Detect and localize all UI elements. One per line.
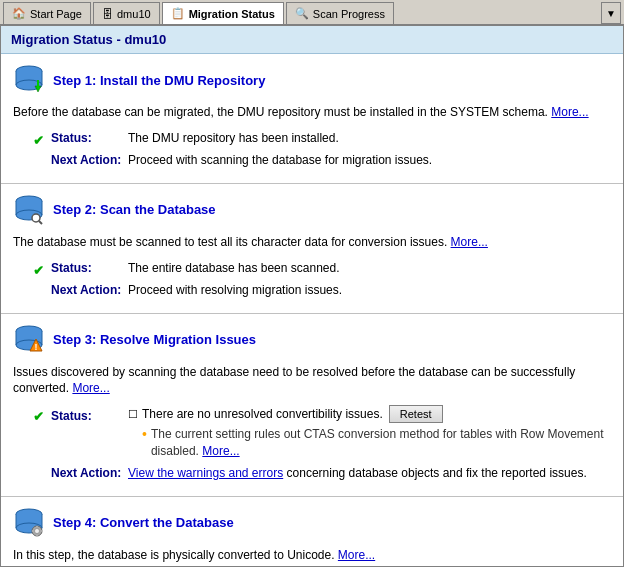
step-3-more-link[interactable]: More...	[72, 381, 109, 395]
tab-bar: 🏠 Start Page 🗄 dmu10 📋 Migration Status …	[0, 0, 624, 26]
step-4-title: Step 4: Convert the Database	[53, 515, 234, 530]
step-1-header: Step 1: Install the DMU Repository	[13, 64, 611, 96]
svg-text:!: !	[35, 341, 38, 351]
step-1-more-link[interactable]: More...	[551, 105, 588, 119]
step-3-next-value: View the warnings and errors concerning …	[128, 464, 611, 482]
step-3-next-row: Next Action: View the warnings and error…	[33, 464, 611, 482]
step-3-db-icon: !	[13, 324, 45, 356]
step-3-header: ! Step 3: Resolve Migration Issues	[13, 324, 611, 356]
step-2-status-label: Status:	[33, 259, 128, 277]
step-2-details: Status: The entire database has been sca…	[13, 259, 611, 299]
tab-migration-status[interactable]: 📋 Migration Status	[162, 2, 284, 24]
step-2-next-row: Next Action: Proceed with resolving migr…	[33, 281, 611, 299]
step-4-header: Step 4: Convert the Database	[13, 507, 611, 539]
step-2-check-icon	[33, 261, 47, 275]
step-1-next-label: Next Action:	[33, 151, 128, 169]
migration-status-icon: 📋	[171, 7, 185, 20]
step-1-next-row: Next Action: Proceed with scanning the d…	[33, 151, 611, 169]
step-4-db-icon	[13, 507, 45, 539]
start-page-icon: 🏠	[12, 7, 26, 20]
step-2-header: Step 2: Scan the Database	[13, 194, 611, 226]
step-1-check-icon	[33, 131, 47, 145]
svg-rect-29	[36, 534, 38, 536]
step-1-status-row: Status: The DMU repository has been inst…	[33, 129, 611, 147]
step-3-details: Status: ☐ There are no unresolved conver…	[13, 405, 611, 482]
svg-rect-6	[37, 80, 39, 87]
warning-bullet-icon: •	[142, 425, 147, 445]
step-2-next-label: Next Action:	[33, 281, 128, 299]
step-1-details: Status: The DMU repository has been inst…	[13, 129, 611, 169]
tab-dmu10[interactable]: 🗄 dmu10	[93, 2, 160, 24]
step-3-section: ! Step 3: Resolve Migration Issues Issue…	[1, 314, 623, 497]
step-2-more-link[interactable]: More...	[451, 235, 488, 249]
step-3-title: Step 3: Resolve Migration Issues	[53, 332, 256, 347]
step-4-desc: In this step, the database is physically…	[13, 547, 611, 564]
tab-dropdown[interactable]: ▼	[601, 2, 621, 24]
step-3-status-label: Status:	[33, 405, 128, 425]
warning-text: The current setting rules out CTAS conve…	[151, 426, 611, 460]
page-title: Migration Status - dmu10	[1, 26, 623, 54]
main-content: Migration Status - dmu10 Step 1: Install…	[0, 26, 624, 567]
svg-point-12	[32, 214, 40, 222]
step-3-next-label: Next Action:	[33, 464, 128, 482]
step-4-section: Step 4: Convert the Database In this ste…	[1, 497, 623, 567]
step-2-section: Step 2: Scan the Database The database m…	[1, 184, 623, 314]
step-3-warning-more-link[interactable]: More...	[202, 444, 239, 458]
step-1-title: Step 1: Install the DMU Repository	[53, 73, 265, 88]
step-1-next-value: Proceed with scanning the database for m…	[128, 151, 611, 169]
svg-rect-31	[40, 530, 42, 532]
step-1-db-icon	[13, 64, 45, 96]
step-1-status-label: Status:	[33, 129, 128, 147]
step-2-status-value: The entire database has been scanned.	[128, 259, 611, 277]
step-3-desc: Issues discovered by scanning the databa…	[13, 364, 611, 398]
retest-button[interactable]: Retest	[389, 405, 443, 423]
svg-rect-30	[32, 530, 34, 532]
step-3-status-complex: ☐ There are no unresolved convertibility…	[128, 405, 611, 460]
step-3-warning: • The current setting rules out CTAS con…	[128, 426, 611, 460]
step-3-status-row: Status: ☐ There are no unresolved conver…	[33, 405, 611, 460]
step-3-status-first-line: ☐ There are no unresolved convertibility…	[128, 405, 611, 423]
step-1-section: Step 1: Install the DMU Repository Befor…	[1, 54, 623, 184]
step-2-db-icon	[13, 194, 45, 226]
step-4-more-link[interactable]: More...	[338, 548, 375, 562]
dmu10-icon: 🗄	[102, 8, 113, 20]
svg-rect-28	[36, 526, 38, 528]
step-2-next-value: Proceed with resolving migration issues.	[128, 281, 611, 299]
step-2-desc: The database must be scanned to test all…	[13, 234, 611, 251]
svg-point-27	[35, 528, 40, 533]
step-3-next-action-link[interactable]: View the warnings and errors	[128, 466, 283, 480]
tab-start-page[interactable]: 🏠 Start Page	[3, 2, 91, 24]
step-1-desc: Before the database can be migrated, the…	[13, 104, 611, 121]
svg-line-13	[39, 221, 42, 224]
step-2-status-row: Status: The entire database has been sca…	[33, 259, 611, 277]
tab-scan-progress[interactable]: 🔍 Scan Progress	[286, 2, 394, 24]
step-3-check-icon	[33, 407, 47, 421]
step-2-title: Step 2: Scan the Database	[53, 202, 216, 217]
scan-progress-icon: 🔍	[295, 7, 309, 20]
step-1-status-value: The DMU repository has been installed.	[128, 129, 611, 147]
